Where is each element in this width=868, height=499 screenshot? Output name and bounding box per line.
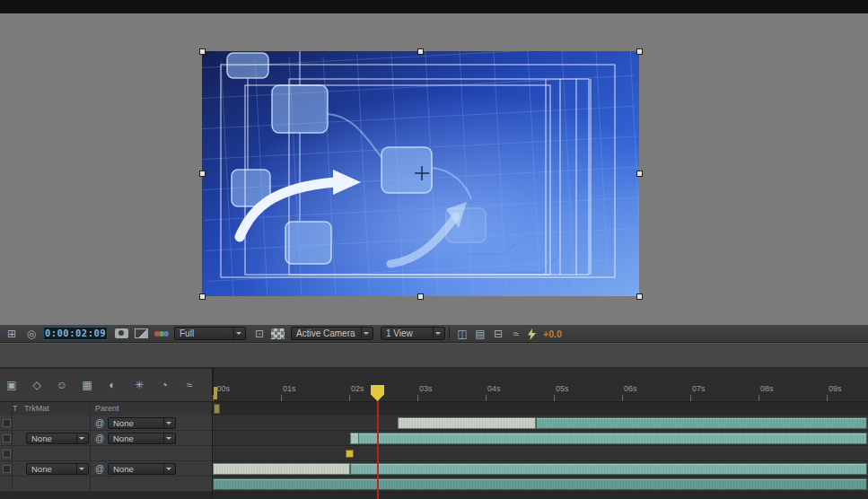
parent-dropdown[interactable]: None — [108, 433, 176, 444]
parent-dropdown[interactable]: None — [108, 463, 176, 475]
toolbar-divider — [449, 327, 450, 340]
mask-visibility-icon[interactable]: ◎ — [23, 327, 39, 341]
ruler-tick — [349, 395, 350, 401]
layer-bar-segment[interactable] — [350, 463, 867, 475]
layer-bar[interactable] — [350, 433, 867, 444]
draft-3d-icon[interactable]: ◇ — [28, 377, 46, 393]
graph-editor-toggle-icon[interactable]: ≈ — [180, 377, 198, 393]
layer-switch-box[interactable] — [3, 450, 11, 458]
ruler-tick — [622, 395, 623, 401]
panel-gap — [0, 343, 868, 367]
ruler-label: 06s — [624, 384, 637, 393]
timeline-column-header: T TrkMat Parent — [0, 402, 213, 416]
parent-value: None — [113, 433, 134, 443]
ruler-tick — [486, 395, 487, 401]
trkmat-dropdown[interactable]: None — [26, 433, 89, 444]
resolution-value: Full — [180, 328, 194, 338]
chevron-down-icon — [76, 433, 88, 443]
region-of-interest-icon[interactable]: ⊡ — [251, 327, 267, 341]
selection-handle-top-right[interactable] — [636, 48, 643, 55]
ruler-label: 07s — [692, 384, 706, 393]
selection-handle-middle-right[interactable] — [636, 171, 643, 177]
layer-bar-in-point[interactable] — [350, 433, 359, 444]
selection-handle-top-left[interactable] — [199, 48, 206, 55]
chevron-down-icon — [163, 433, 175, 443]
view-layout-value: 1 View — [386, 328, 413, 338]
layer-switch-box[interactable] — [3, 434, 11, 442]
comp-marker-bin[interactable] — [214, 404, 220, 414]
chevron-down-icon — [433, 328, 444, 339]
timeline-bottom-filler — [0, 492, 868, 499]
layer-track[interactable] — [213, 446, 868, 461]
resolution-dropdown[interactable]: Full — [174, 327, 246, 340]
auto-keyframe-icon[interactable]: ◔ — [155, 377, 173, 393]
ruler-tick — [690, 395, 691, 401]
ruler-tick — [554, 395, 555, 401]
3d-view-value: Active Camera — [296, 328, 355, 338]
trkmat-dropdown[interactable]: None — [26, 463, 89, 475]
layer-bar-segment[interactable] — [398, 417, 536, 429]
layer-switch-box[interactable] — [3, 419, 11, 427]
view-layout-dropdown[interactable]: 1 View — [381, 327, 445, 340]
ruler-label: 01s — [283, 384, 296, 393]
selection-handle-bottom-right[interactable] — [636, 293, 643, 300]
ruler-tick — [213, 395, 214, 401]
layer-row[interactable] — [0, 446, 213, 461]
selection-handle-middle-left[interactable] — [199, 171, 206, 177]
ruler-label: 05s — [556, 384, 569, 393]
parent-dropdown[interactable]: None — [108, 417, 176, 429]
chevron-down-icon — [233, 328, 245, 339]
ruler-label: 03s — [419, 384, 433, 393]
selection-handle-bottom-center[interactable] — [417, 293, 424, 300]
chevron-down-icon — [361, 328, 373, 339]
ruler-tick — [827, 395, 828, 401]
chevron-down-icon — [163, 464, 175, 474]
motion-blur-icon[interactable]: ◐ — [103, 377, 121, 393]
shy-layers-icon[interactable]: ☺ — [53, 377, 71, 393]
show-channels-icon[interactable] — [154, 331, 160, 337]
current-time-display[interactable]: 0:00:02:09 — [43, 327, 108, 340]
exposure-value[interactable]: +0.0 — [543, 328, 562, 339]
layer-switch-box[interactable] — [3, 465, 11, 473]
composition-canvas[interactable] — [202, 51, 639, 296]
ruler-tick — [758, 395, 759, 401]
selection-handle-bottom-left[interactable] — [199, 293, 206, 300]
parent-pick-whip-icon[interactable]: @ — [93, 463, 106, 475]
grid-guides-icon[interactable]: ⊞ — [4, 327, 20, 341]
snapshot-camera-icon[interactable] — [115, 328, 128, 338]
live-update-icon[interactable]: ▣ — [3, 377, 21, 393]
timeline-button-icon[interactable]: ▤ — [472, 327, 488, 341]
playhead-line — [377, 400, 379, 499]
ruler-tick — [281, 395, 282, 401]
parent-value: None — [113, 464, 134, 474]
layer-row[interactable] — [0, 477, 213, 492]
3d-view-dropdown[interactable]: Active Camera — [291, 327, 373, 340]
graph-editor-icon[interactable]: ≈ — [508, 327, 524, 341]
selection-handle-top-center[interactable] — [417, 48, 424, 55]
transparency-grid-icon[interactable] — [271, 328, 285, 339]
flowchart-button-icon[interactable]: ⊟ — [490, 327, 506, 341]
layer-bar[interactable] — [213, 478, 867, 490]
trkmat-value: None — [31, 433, 52, 443]
chevron-down-icon — [76, 464, 88, 474]
layer-row[interactable] — [0, 416, 213, 431]
keyframe-marker[interactable] — [346, 450, 354, 458]
column-header-parent: Parent — [95, 404, 119, 413]
layer-bar-segment[interactable] — [536, 417, 867, 429]
parent-value: None — [113, 418, 134, 428]
after-effects-window: ⊞ ◎ 0:00:02:09 Full ⊡ Active Camera 1 Vi… — [0, 0, 868, 499]
show-snapshot-icon[interactable] — [135, 328, 148, 338]
ruler-tick — [417, 395, 418, 401]
pixel-aspect-correction-icon[interactable]: ◫ — [454, 327, 470, 341]
column-header-trkmat: TrkMat — [24, 404, 49, 413]
frame-blending-icon[interactable]: ▦ — [78, 377, 96, 393]
brainstorm-icon[interactable]: ✳ — [130, 377, 148, 393]
ruler-label: 02s — [351, 384, 364, 393]
column-divider — [90, 402, 91, 492]
parent-pick-whip-icon[interactable]: @ — [93, 417, 106, 429]
layer-bar-segment[interactable] — [213, 463, 350, 475]
parent-pick-whip-icon[interactable]: @ — [93, 433, 106, 444]
ruler-label: 04s — [487, 384, 501, 393]
composition-image — [202, 51, 639, 296]
column-divider — [12, 402, 13, 492]
